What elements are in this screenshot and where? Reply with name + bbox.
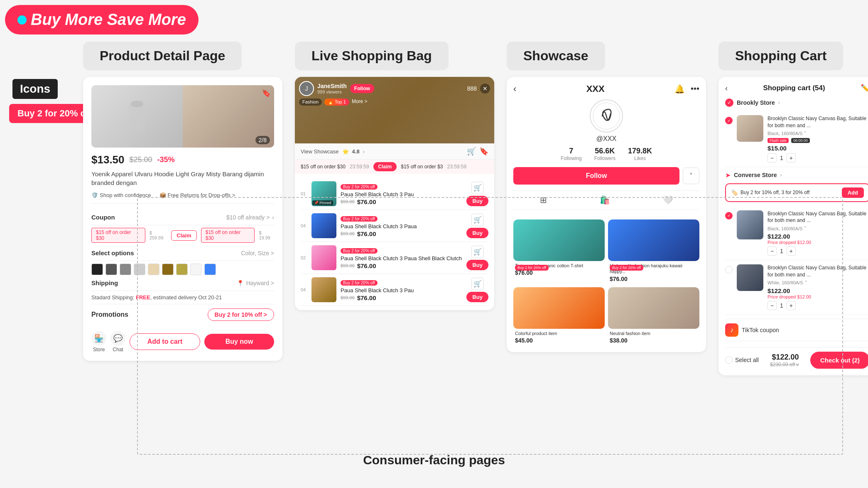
- sc-product-img-1: [513, 219, 605, 261]
- cart-item1-check[interactable]: ✓: [725, 117, 733, 124]
- lsb-buy-button-4[interactable]: Buy: [466, 292, 488, 302]
- swatch-beige[interactable]: [148, 264, 159, 275]
- view-showcase-label[interactable]: View Showcase: [301, 148, 339, 155]
- cart-item2-variant[interactable]: Black, 160/80A/S ˅: [767, 226, 868, 231]
- promotions-label: Promotions: [91, 311, 128, 318]
- lsb-coupon-time2: 23:59:59: [447, 164, 466, 170]
- cart-item1-variant[interactable]: Black, 160/80A/S ˅: [767, 131, 868, 136]
- chat-icon-btn[interactable]: 💬 Chat: [110, 331, 125, 352]
- sc-product-item-1[interactable]: Buy 2 for 20% off Twin-pocket organic co…: [513, 219, 605, 284]
- coupon-label: Coupon: [91, 214, 115, 221]
- bookmark-icon[interactable]: 🔖: [262, 89, 271, 98]
- sc-product-img-3: [513, 287, 605, 329]
- sc-product-img-4: [608, 287, 699, 329]
- lsb-item-sale-4: $76.00: [357, 294, 376, 301]
- cart-item1-name: Brooklyn Classic Navy Canvas Bag, Suitab…: [767, 115, 868, 129]
- showcase-back-button[interactable]: ‹: [513, 84, 516, 94]
- lsb-item-orig-4: $99.00: [341, 295, 355, 300]
- cart-add-button[interactable]: Add: [842, 187, 864, 198]
- cart-select-all-label: Select all: [735, 357, 759, 363]
- pdp-img-left: [91, 85, 183, 148]
- cart-item2-name: Brooklyn Classic Navy Canvas Bag, Suitab…: [767, 210, 868, 224]
- cart-qty-increase-2[interactable]: +: [787, 246, 796, 256]
- cart-qty-decrease-2[interactable]: −: [767, 246, 777, 256]
- grid-icon[interactable]: ⊞: [540, 195, 547, 205]
- cart-tiktok-coupon[interactable]: ♪ TikTok coupon ›: [725, 319, 868, 341]
- cart-store1-check[interactable]: ✓: [725, 99, 733, 107]
- select-options-row[interactable]: Select options Color, Size >: [91, 245, 274, 261]
- swatch-brown[interactable]: [162, 264, 174, 275]
- lsb-item-sale-3: $76.00: [357, 262, 376, 269]
- location-icon: 📍: [237, 280, 244, 286]
- lsb-cart-btn-4[interactable]: 🛒: [471, 278, 484, 290]
- checkout-button[interactable]: Check out (2): [810, 352, 868, 369]
- swatch-black[interactable]: [91, 264, 103, 275]
- lsb-cart-btn-3[interactable]: 🛒: [471, 246, 484, 258]
- cart-item3-variant[interactable]: White, 160/80A/S ˅: [767, 280, 868, 286]
- lsb-buy-button-2[interactable]: Buy: [466, 228, 488, 238]
- swatch-darkgray[interactable]: [105, 264, 117, 275]
- buy-now-button[interactable]: Buy now: [204, 334, 274, 350]
- lsb-item-img-1: 📌 Pinned: [311, 181, 336, 206]
- cart-item-1: ✓ Brooklyn Classic Navy Canvas Bag, Suit…: [725, 111, 868, 167]
- swatch-gray[interactable]: [120, 264, 131, 275]
- lsb-product-item-4: 04 Buy 2 for 20% off Paua Shell Black Cl…: [301, 274, 488, 306]
- cart-select-circle[interactable]: [725, 356, 733, 364]
- lsb-live-header: J JaneSmith 999 viewers Follow 888 ✕ Fas…: [295, 77, 494, 143]
- swatch-lightgray[interactable]: [134, 264, 145, 275]
- cart-qty-decrease-3[interactable]: −: [767, 301, 777, 310]
- cart-item1-img: [737, 115, 763, 142]
- more-options-icon[interactable]: •••: [691, 84, 699, 94]
- coupon-tag-1: $15 off on order $30: [91, 228, 145, 243]
- bell-icon[interactable]: 🔔: [674, 84, 685, 94]
- cart-edit-button[interactable]: ✏️: [861, 84, 868, 93]
- store-icon-btn[interactable]: 🏪 Store: [91, 331, 106, 352]
- sc-product-item-3[interactable]: Colorful product item $45.00: [513, 287, 605, 345]
- sc-followers-count: 56.6K: [594, 147, 615, 155]
- sc-product-price-1: $76.00: [515, 269, 603, 276]
- lsb-follow-button[interactable]: Follow: [350, 84, 374, 93]
- sc-more-button[interactable]: ˅: [683, 168, 699, 184]
- swatch-white[interactable]: [190, 264, 202, 275]
- sc-product-item-4[interactable]: Neutral fashion item $38.00: [608, 287, 699, 345]
- swatch-khaki[interactable]: [176, 264, 188, 275]
- lsb-item-img-3: [311, 245, 336, 270]
- cart-store2-name[interactable]: Converse Store: [734, 172, 777, 178]
- bookmark-icon-lsb[interactable]: 🔖: [479, 147, 488, 156]
- lsb-promo-tag-3: Buy 2 for 20% off: [341, 248, 378, 254]
- pdp-title: Yoenik Apparel Ulvaru Hoodie Light Gray …: [91, 170, 274, 187]
- shipping-location[interactable]: 📍 Hayward >: [237, 280, 274, 286]
- shopping-bag-icon[interactable]: 🛍️: [600, 195, 610, 205]
- sc-product-item-2[interactable]: Buy 2 for 20% off High quality fashion h…: [608, 219, 699, 284]
- lsb-item-orig-3: $99.00: [341, 263, 355, 268]
- chevron-right-icon: ›: [272, 214, 274, 221]
- heart-icon[interactable]: 🤍: [663, 195, 673, 205]
- cart-select-all[interactable]: Select all: [725, 356, 759, 364]
- lsb-claim-button[interactable]: Claim: [373, 162, 397, 171]
- swatch-blue[interactable]: [204, 264, 216, 275]
- lsb-cart-icon[interactable]: 🛒: [467, 147, 476, 156]
- lsb-cart-btn-1[interactable]: 🛒: [471, 182, 484, 194]
- lsb-buy-button-1[interactable]: Buy: [466, 196, 488, 206]
- claim-button-1[interactable]: Claim: [171, 230, 196, 241]
- cart-item2-check[interactable]: ✓: [725, 212, 733, 219]
- cart-qty-decrease-1[interactable]: −: [767, 153, 777, 163]
- cart-qty-increase-3[interactable]: +: [787, 301, 796, 310]
- cart-qty-increase-1[interactable]: +: [787, 153, 796, 163]
- promotions-button[interactable]: Buy 2 for 10% off >: [208, 308, 274, 321]
- lsb-more[interactable]: More >: [352, 99, 368, 106]
- showcase-top-icons: 🔔 •••: [674, 84, 699, 94]
- lsb-cart-btn-2[interactable]: 🛒: [471, 214, 484, 226]
- add-to-cart-button[interactable]: Add to cart: [130, 333, 200, 350]
- select-options-right: Color, Size >: [241, 250, 274, 256]
- sc-follow-button[interactable]: Follow: [513, 167, 679, 185]
- cart-item3-check[interactable]: [725, 266, 733, 274]
- lsb-close-button[interactable]: ✕: [480, 84, 490, 94]
- sc-stats: 7 Following 56.6K Followers 179.8K Likes: [561, 147, 652, 161]
- lsb-buy-button-3[interactable]: Buy: [466, 260, 488, 270]
- cart-store1-name[interactable]: Brookly Store: [737, 99, 775, 106]
- cart-promo-banner: 🏷️ Buy 2 for 10% off, 3 for 20% off Add: [725, 183, 868, 202]
- lsb-promo-tag-2: Buy 2 for 20% off: [341, 216, 378, 222]
- cart-price-dropped-2: Price dropped $12.00: [767, 294, 868, 299]
- cart-back-button[interactable]: ‹: [725, 84, 728, 93]
